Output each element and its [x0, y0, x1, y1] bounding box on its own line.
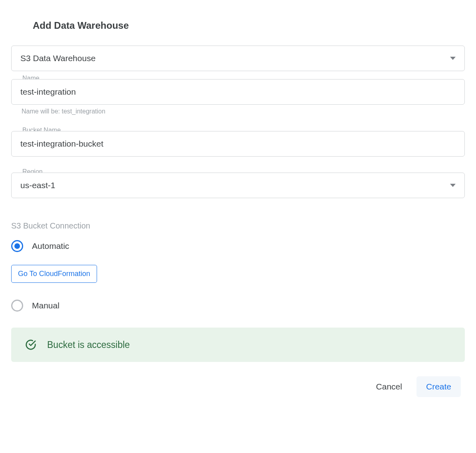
radio-circle-selected-icon: [11, 240, 23, 252]
region-value: us-east-1: [20, 181, 56, 190]
create-button[interactable]: Create: [416, 376, 461, 397]
name-helper-text: Name will be: test_integration: [22, 108, 465, 115]
region-select[interactable]: us-east-1: [11, 173, 465, 198]
status-banner: Bucket is accessible: [11, 328, 465, 362]
warehouse-type-value: S3 Data Warehouse: [20, 54, 95, 63]
bucket-name-input-container: [11, 131, 465, 157]
chevron-down-icon: [450, 184, 456, 187]
name-input-container: [11, 79, 465, 105]
radio-circle-unselected-icon: [11, 300, 23, 312]
go-to-cloudformation-button[interactable]: Go To CloudFormation: [11, 265, 97, 283]
radio-automatic[interactable]: Automatic: [11, 240, 465, 252]
bucket-name-input[interactable]: [20, 139, 456, 149]
warehouse-type-select[interactable]: S3 Data Warehouse: [11, 46, 465, 71]
chevron-down-icon: [450, 57, 456, 60]
connection-section-label: S3 Bucket Connection: [11, 221, 465, 230]
page-title: Add Data Warehouse: [33, 20, 465, 31]
radio-automatic-label: Automatic: [32, 241, 69, 251]
footer-actions: Cancel Create: [11, 376, 465, 397]
radio-manual-label: Manual: [32, 301, 60, 310]
status-message: Bucket is accessible: [47, 340, 130, 350]
name-input[interactable]: [20, 87, 456, 97]
check-circle-icon: [25, 339, 37, 351]
radio-manual[interactable]: Manual: [11, 300, 465, 312]
cancel-button[interactable]: Cancel: [376, 382, 402, 391]
